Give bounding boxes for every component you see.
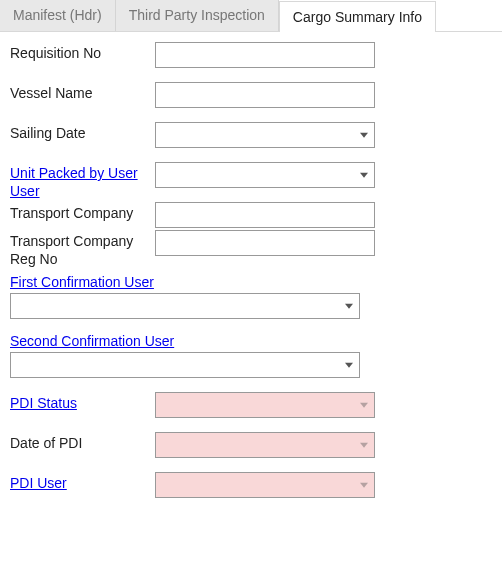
pdi-status-input [155, 392, 375, 418]
unit-packed-by-user-link[interactable]: Unit Packed by User User [10, 165, 138, 199]
vessel-name-label: Vessel Name [10, 82, 155, 103]
vessel-name-input[interactable] [155, 82, 375, 108]
first-confirmation-user-combo[interactable] [10, 293, 360, 319]
requisition-no-input[interactable] [155, 42, 375, 68]
date-of-pdi-input [155, 432, 375, 458]
tab-strip: Manifest (Hdr) Third Party Inspection Ca… [0, 0, 502, 32]
tab-manifest-hdr[interactable]: Manifest (Hdr) [0, 0, 116, 31]
first-confirmation-user-input[interactable] [10, 293, 360, 319]
transport-company-reg-no-input[interactable] [155, 230, 375, 256]
pdi-status-link[interactable]: PDI Status [10, 395, 77, 411]
pdi-user-combo [155, 472, 375, 498]
unit-packed-by-input[interactable] [155, 162, 375, 188]
sailing-date-combo[interactable] [155, 122, 375, 148]
pdi-user-input [155, 472, 375, 498]
transport-company-reg-no-label: Transport Company Reg No [10, 230, 155, 268]
date-of-pdi-combo [155, 432, 375, 458]
first-confirmation-user-link[interactable]: First Confirmation User [10, 274, 154, 290]
second-confirmation-user-link[interactable]: Second Confirmation User [10, 333, 174, 349]
date-of-pdi-label: Date of PDI [10, 432, 155, 453]
tab-cargo-summary-info[interactable]: Cargo Summary Info [279, 1, 436, 32]
tab-third-party-inspection[interactable]: Third Party Inspection [116, 0, 279, 31]
pdi-user-link[interactable]: PDI User [10, 475, 67, 491]
sailing-date-label: Sailing Date [10, 122, 155, 143]
transport-company-label: Transport Company [10, 202, 155, 223]
transport-company-input[interactable] [155, 202, 375, 228]
cargo-summary-form: Requisition No Vessel Name Sailing Date … [0, 32, 502, 522]
second-confirmation-user-input[interactable] [10, 352, 360, 378]
sailing-date-input[interactable] [155, 122, 375, 148]
second-confirmation-user-combo[interactable] [10, 352, 360, 378]
requisition-no-label: Requisition No [10, 42, 155, 63]
unit-packed-by-combo[interactable] [155, 162, 375, 188]
pdi-status-combo [155, 392, 375, 418]
